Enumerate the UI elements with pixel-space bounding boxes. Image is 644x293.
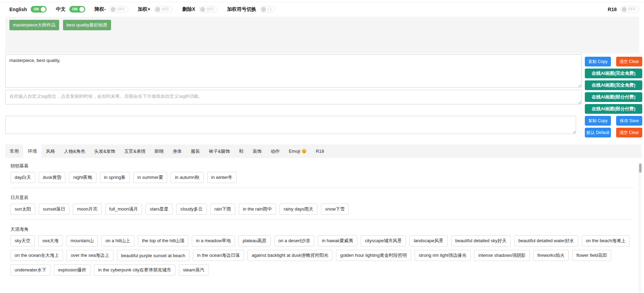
section-tags: day白天dusk黄昏night夜晚in spring春in summer夏in… <box>10 172 634 183</box>
tab-emoji[interactable]: Emoji <box>284 144 312 158</box>
toggle-switch-lower-weight[interactable]: OFF <box>109 6 128 13</box>
tab-character[interactable]: 人物&角色 <box>60 144 90 158</box>
clear-prompt-button[interactable]: 清空 Clear <box>616 57 642 66</box>
tab-face-expression[interactable]: 五官&表情 <box>120 144 150 158</box>
tab-r18[interactable]: R18 <box>311 144 329 158</box>
selected-tag-chip[interactable]: best quality最好画质 <box>63 20 111 30</box>
action-button-row: 复制 Copy保存 Save <box>585 116 642 126</box>
editor-area: masterpiece, best quality, 复制 Copy清空 Cle… <box>0 54 644 144</box>
tag-button[interactable]: in hawaii夏威夷 <box>318 235 358 246</box>
tag-panel: 朝朝暮暮day白天dusk黄昏night夜晚in spring春in summe… <box>5 163 642 293</box>
tag-button[interactable]: steam蒸汽 <box>179 264 209 276</box>
tag-button[interactable]: against backlight at dusk傍晚背对阳光 <box>248 250 332 261</box>
toggle-switch-add-weight[interactable]: OFF <box>154 6 173 13</box>
tag-button[interactable]: flower field花田 <box>572 250 611 261</box>
tag-button[interactable]: beautiful detailed sky好天 <box>451 235 511 246</box>
toggle-knob <box>155 7 160 12</box>
tab-eyes[interactable]: 眼睛 <box>150 144 168 158</box>
tag-button[interactable]: fireworks焰火 <box>533 250 569 261</box>
tag-button[interactable]: landscape风景 <box>409 235 447 246</box>
saved-tag-textarea[interactable] <box>5 116 576 134</box>
tag-button[interactable]: intense shadows强阴影 <box>474 250 530 261</box>
tag-sections: 朝朝暮暮day白天dusk黄昏night夜晚in spring春in summe… <box>10 163 634 276</box>
tag-button[interactable]: plateau高原 <box>238 235 271 246</box>
tab-hair[interactable]: 头发&发饰 <box>90 144 120 158</box>
tab-common[interactable]: 常用 <box>5 144 23 158</box>
tag-button[interactable]: over the sea海边上 <box>66 250 113 261</box>
tag-button[interactable]: day白天 <box>10 172 35 183</box>
scrollbar-thumb[interactable] <box>639 164 642 173</box>
tag-button[interactable]: in the ocean海边日落 <box>193 250 244 261</box>
online-ai-paid-1-button[interactable]: 在线AI画图(部分付费) <box>585 92 642 102</box>
online-ai-free-1-button[interactable]: 在线AI画图(完全免费) <box>585 69 642 78</box>
copy-prompt-button[interactable]: 复制 Copy <box>585 57 611 66</box>
tab-label: 动作 <box>271 148 280 155</box>
tag-button[interactable]: beautiful detailed water好水 <box>514 235 578 246</box>
prompt-textarea[interactable]: masterpiece, best quality, <box>5 54 582 88</box>
custom-tag-textarea[interactable] <box>5 90 582 104</box>
action-button-row: 在线AI画图(完全免费) <box>585 80 642 90</box>
online-ai-free-2-button[interactable]: 在线AI画图(完全免费) <box>585 80 642 90</box>
tag-button[interactable]: strong rim light强边缘光 <box>415 250 471 261</box>
tag-button[interactable]: on the beach海滩上 <box>582 235 630 246</box>
tab-label: 头发&发饰 <box>94 148 116 155</box>
clear-custom-button[interactable]: 清空 Clear <box>616 128 642 137</box>
tag-button[interactable]: in the rain雨中 <box>239 204 276 215</box>
tab-socks-legwear[interactable]: 袜子&腿饰 <box>204 144 235 158</box>
tab-accessories[interactable]: 装饰 <box>248 144 266 158</box>
tab-label: Emoji <box>289 149 300 154</box>
tag-button[interactable]: on a desert沙漠 <box>274 235 314 246</box>
tag-button[interactable]: on a hill山上 <box>101 235 134 246</box>
tag-section-landscape: 天涯海角sky天空sea大海mountain山on a hill山上the to… <box>10 226 634 276</box>
tag-button[interactable]: in a meadow草地 <box>192 235 235 246</box>
tab-body[interactable]: 身体 <box>168 144 186 158</box>
toggle-switch-delete-x[interactable]: OFF <box>199 6 218 13</box>
online-ai-paid-2-button[interactable]: 在线AI画图(部分付费) <box>585 104 642 114</box>
tag-button[interactable]: snow下雪 <box>321 204 349 215</box>
tag-button[interactable]: on the ocean在大海上 <box>10 250 63 261</box>
tag-button[interactable]: in the cyberpunk city在赛博朋克城市 <box>94 264 175 276</box>
tag-button[interactable]: rainy days雨天 <box>280 204 317 215</box>
tag-button[interactable]: rain下雨 <box>210 204 235 215</box>
tag-button[interactable]: sunset落日 <box>39 204 69 215</box>
tag-button[interactable]: sea大海 <box>38 235 63 246</box>
toggle-switch-r18[interactable]: OFF <box>620 6 639 13</box>
tab-clothing[interactable]: 服装 <box>186 144 204 158</box>
tag-button[interactable]: in summer夏 <box>133 172 167 183</box>
tab-action[interactable]: 动作 <box>266 144 284 158</box>
tag-button[interactable]: full_moon满月 <box>105 204 142 215</box>
tag-button[interactable]: in autumn秋 <box>171 172 203 183</box>
tag-button[interactable]: moon月亮 <box>73 204 102 215</box>
tag-button[interactable]: underwater水下 <box>10 264 50 276</box>
toggle-knob <box>79 7 84 12</box>
panel-scrollbar[interactable] <box>638 163 642 293</box>
tag-button[interactable]: night夜晚 <box>69 172 96 183</box>
selected-tag-chip[interactable]: masterpiece大师作品 <box>9 20 59 30</box>
tab-shoes[interactable]: 鞋 <box>235 144 248 158</box>
tag-button[interactable]: sky天空 <box>10 235 35 246</box>
tag-button[interactable]: in winter冬 <box>207 172 237 183</box>
tag-button[interactable]: in spring春 <box>100 172 130 183</box>
section-title: 朝朝暮暮 <box>10 163 634 169</box>
tab-environment[interactable]: 环境 <box>23 144 41 158</box>
toggle-state-text: ON <box>34 7 39 11</box>
tag-button[interactable]: cityscape城市风景 <box>361 235 406 246</box>
tag-button[interactable]: mountain山 <box>66 235 97 246</box>
toggle-switch-english[interactable]: ON <box>31 6 47 13</box>
tag-button[interactable]: the top of the hill山顶 <box>138 235 188 246</box>
tag-button[interactable]: beautiful purple sunset at beach <box>117 250 189 261</box>
tag-button[interactable]: dusk黄昏 <box>39 172 65 183</box>
tag-button[interactable]: sun太阳 <box>10 204 35 215</box>
tag-button[interactable]: stars星星 <box>146 204 173 215</box>
default-custom-button[interactable]: 默认 Default <box>585 128 611 137</box>
toggle-switch-weight-symbol[interactable]: { } <box>260 6 275 13</box>
copy-custom-button[interactable]: 复制 Copy <box>585 116 611 126</box>
toggle-label-english: English <box>9 7 27 12</box>
tag-button[interactable]: explosion爆炸 <box>54 264 91 276</box>
section-tags: sky天空sea大海mountain山on a hill山上the top of… <box>10 235 634 276</box>
tag-button[interactable]: golden hour lighting黄金时段照明 <box>336 250 411 261</box>
tab-style[interactable]: 风格 <box>41 144 60 158</box>
toggle-switch-chinese[interactable]: ON <box>69 6 85 13</box>
tag-button[interactable]: cloudy多云 <box>176 204 207 215</box>
save-custom-button[interactable]: 保存 Save <box>616 116 642 126</box>
